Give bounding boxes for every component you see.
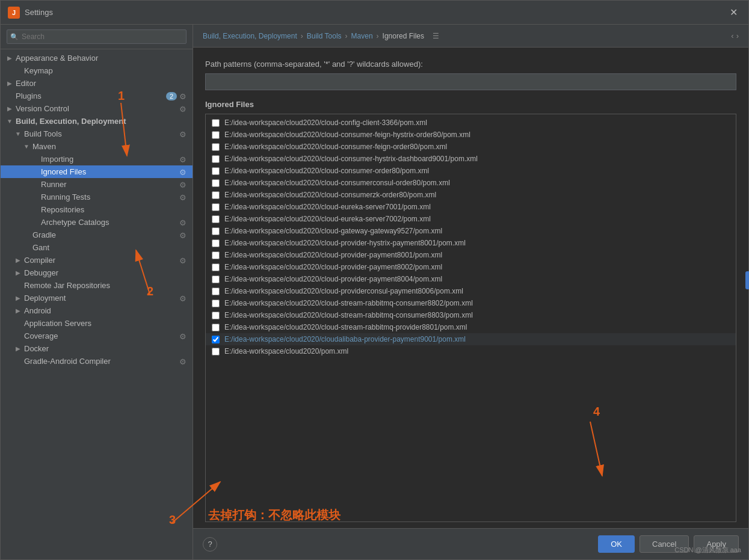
sidebar-item-label: Docker (24, 344, 188, 353)
sidebar-item-editor[interactable]: ▶ Editor (1, 77, 193, 90)
sidebar-item-ignored-files[interactable]: Ignored Files ⚙ (1, 165, 193, 178)
sidebar-item-runner[interactable]: Runner ⚙ (1, 178, 193, 191)
file-checkbox-4[interactable] (212, 167, 220, 175)
ok-button[interactable]: OK (598, 535, 635, 553)
file-checkbox-17[interactable] (212, 324, 220, 331)
gear-icon: ⚙ (179, 218, 188, 227)
sidebar-item-label: Version Control (16, 104, 177, 113)
file-path-13: E:/idea-workspace/cloud2020/cloud-provid… (224, 275, 442, 283)
sidebar-item-appearance[interactable]: ▶ Appearance & Behavior (1, 52, 193, 64)
right-content: Path patterns (comma-separated, '*' and … (193, 48, 748, 528)
expand-icon: ▶ (5, 80, 14, 87)
sidebar-item-remote-jar[interactable]: Remote Jar Repositories (1, 279, 193, 292)
file-item-10[interactable]: E:/idea-workspace/cloud2020/cloud-provid… (206, 237, 736, 249)
sidebar-item-repositories[interactable]: Repositories (1, 203, 193, 216)
breadcrumb-sep-2: › (345, 32, 348, 40)
file-item-13[interactable]: E:/idea-workspace/cloud2020/cloud-provid… (206, 273, 736, 285)
file-item-16[interactable]: E:/idea-workspace/cloud2020/cloud-stream… (206, 309, 736, 321)
file-item-11[interactable]: E:/idea-workspace/cloud2020/cloud-provid… (206, 249, 736, 261)
breadcrumb-item-2[interactable]: Build Tools (307, 32, 342, 40)
file-checkbox-19[interactable] (212, 348, 220, 355)
plugin-badge: 2 (166, 92, 177, 100)
file-item-19[interactable]: E:/idea-workspace/cloud2020/pom.xml (206, 345, 736, 357)
file-checkbox-3[interactable] (212, 155, 220, 163)
apply-button[interactable]: Apply (694, 535, 739, 553)
file-path-17: E:/idea-workspace/cloud2020/cloud-stream… (224, 323, 467, 331)
sidebar-item-gant[interactable]: Gant (1, 241, 193, 254)
path-pattern-input[interactable] (205, 73, 736, 90)
sidebar-item-debugger[interactable]: ▶ Debugger (1, 266, 193, 279)
expand-icon: ▶ (14, 345, 22, 352)
nav-forward-button[interactable]: › (736, 31, 739, 40)
sidebar-item-coverage[interactable]: Coverage ⚙ (1, 330, 193, 342)
sidebar-item-docker[interactable]: ▶ Docker (1, 342, 193, 355)
sidebar-item-vcs[interactable]: ▶ Version Control ⚙ (1, 102, 193, 115)
breadcrumb-item-1[interactable]: Build, Execution, Deployment (203, 32, 297, 40)
search-input[interactable] (7, 29, 186, 44)
gear-icon: ⚙ (179, 130, 188, 138)
file-checkbox-0[interactable] (212, 119, 220, 127)
file-item-18[interactable]: E:/idea-workspace/cloud2020/cloudalibaba… (206, 333, 736, 345)
nav-back-button[interactable]: ‹ (731, 31, 733, 40)
file-checkbox-5[interactable] (212, 179, 220, 187)
file-item-15[interactable]: E:/idea-workspace/cloud2020/cloud-stream… (206, 297, 736, 309)
file-item-4[interactable]: E:/idea-workspace/cloud2020/cloud-consum… (206, 165, 736, 177)
sidebar-item-plugins[interactable]: Plugins 2 ⚙ (1, 90, 193, 102)
file-checkbox-13[interactable] (212, 275, 220, 283)
file-item-9[interactable]: E:/idea-workspace/cloud2020/cloud-gatewa… (206, 225, 736, 237)
gear-icon: ⚙ (179, 193, 188, 202)
sidebar-item-gradle-android[interactable]: Gradle-Android Compiler ⚙ (1, 355, 193, 368)
expand-icon: ▼ (14, 131, 22, 137)
gear-icon: ⚙ (179, 105, 188, 113)
help-button[interactable]: ? (203, 537, 217, 552)
expand-icon: ▶ (14, 295, 22, 301)
file-item-5[interactable]: E:/idea-workspace/cloud2020/cloud-consum… (206, 177, 736, 189)
file-path-5: E:/idea-workspace/cloud2020/cloud-consum… (224, 179, 450, 187)
expand-icon: ▼ (22, 143, 31, 150)
file-item-3[interactable]: E:/idea-workspace/cloud2020/cloud-consum… (206, 153, 736, 165)
gear-icon: ⚙ (179, 332, 188, 340)
file-item-14[interactable]: E:/idea-workspace/cloud2020/cloud-provid… (206, 285, 736, 297)
sidebar-item-importing[interactable]: Importing ⚙ (1, 153, 193, 165)
file-item-2[interactable]: E:/idea-workspace/cloud2020/cloud-consum… (206, 141, 736, 153)
file-checkbox-16[interactable] (212, 312, 220, 319)
breadcrumb-menu-icon[interactable]: ☰ (433, 32, 439, 40)
sidebar-item-running-tests[interactable]: Running Tests ⚙ (1, 191, 193, 203)
title-bar: J Settings ✕ (1, 1, 748, 25)
file-checkbox-14[interactable] (212, 288, 220, 295)
sidebar-item-deployment[interactable]: ▶ Deployment ⚙ (1, 292, 193, 304)
file-checkbox-12[interactable] (212, 263, 220, 271)
breadcrumb-item-3[interactable]: Maven (351, 32, 373, 40)
sidebar-item-app-servers[interactable]: Application Servers (1, 317, 193, 330)
cancel-button[interactable]: Cancel (640, 535, 689, 553)
file-checkbox-11[interactable] (212, 251, 220, 259)
main-content: ▶ Appearance & Behavior Keymap ▶ Editor … (1, 25, 748, 559)
close-button[interactable]: ✕ (726, 5, 741, 19)
file-checkbox-18[interactable] (212, 336, 220, 343)
sidebar-item-android[interactable]: ▶ Android (1, 304, 193, 317)
file-path-8: E:/idea-workspace/cloud2020/cloud-eureka… (224, 215, 431, 223)
sidebar-item-archetype-catalogs[interactable]: Archetype Catalogs ⚙ (1, 216, 193, 229)
file-item-8[interactable]: E:/idea-workspace/cloud2020/cloud-eureka… (206, 213, 736, 225)
file-item-6[interactable]: E:/idea-workspace/cloud2020/cloud-consum… (206, 189, 736, 201)
sidebar-item-compiler[interactable]: ▶ Compiler ⚙ (1, 254, 193, 266)
file-checkbox-9[interactable] (212, 227, 220, 235)
sidebar-item-build[interactable]: ▼ Build, Execution, Deployment (1, 115, 193, 128)
file-checkbox-6[interactable] (212, 191, 220, 199)
file-checkbox-15[interactable] (212, 300, 220, 307)
sidebar-item-maven[interactable]: ▼ Maven (1, 140, 193, 153)
file-item-1[interactable]: E:/idea-workspace/cloud2020/cloud-consum… (206, 129, 736, 141)
file-item-12[interactable]: E:/idea-workspace/cloud2020/cloud-provid… (206, 261, 736, 273)
file-checkbox-2[interactable] (212, 143, 220, 151)
file-item-17[interactable]: E:/idea-workspace/cloud2020/cloud-stream… (206, 321, 736, 333)
file-checkbox-1[interactable] (212, 131, 220, 139)
sidebar-item-gradle[interactable]: Gradle ⚙ (1, 229, 193, 241)
sidebar-item-keymap[interactable]: Keymap (1, 64, 193, 77)
sidebar-item-label: Build, Execution, Deployment (16, 117, 188, 126)
file-checkbox-10[interactable] (212, 239, 220, 247)
file-item-0[interactable]: E:/idea-workspace/cloud2020/cloud-config… (206, 117, 736, 129)
file-item-7[interactable]: E:/idea-workspace/cloud2020/cloud-eureka… (206, 201, 736, 213)
file-checkbox-7[interactable] (212, 203, 220, 211)
sidebar-item-build-tools[interactable]: ▼ Build Tools ⚙ (1, 128, 193, 140)
file-checkbox-8[interactable] (212, 215, 220, 223)
